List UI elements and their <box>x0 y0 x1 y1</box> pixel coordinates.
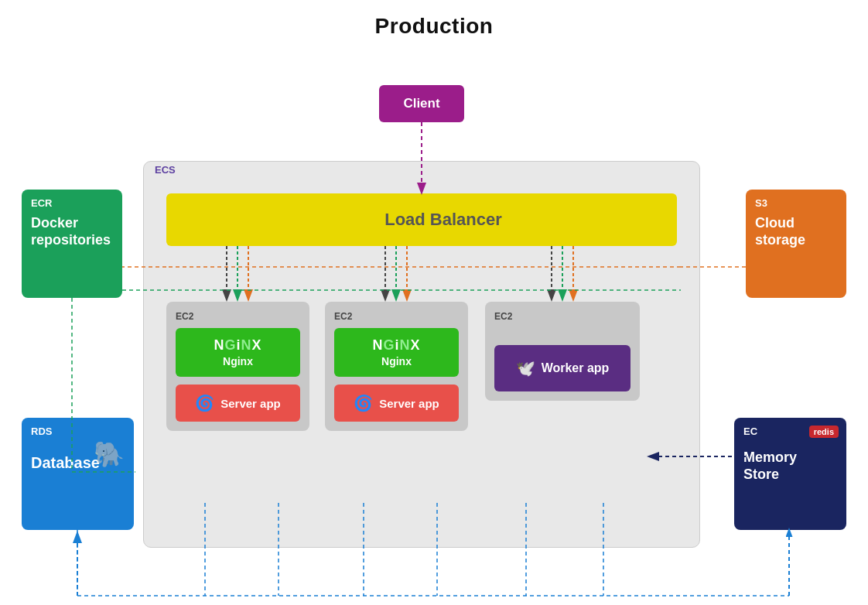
ec-box: EC redis Memory Store <box>734 418 846 530</box>
s3-top-label: S3 <box>755 197 767 209</box>
ec2-label-2: EC2 <box>334 311 459 322</box>
diagram-area: Client ECR Docker repositories S3 Cloud … <box>0 39 868 605</box>
rds-box: RDS 🐘 Database <box>22 418 134 530</box>
server-box-2: 🌀 Server app <box>334 385 459 422</box>
ec2-panel-2: EC2 NGiNX Nginx 🌀 Server app <box>325 302 468 431</box>
nginx-logo-2: NGiNX <box>340 337 453 354</box>
ec2-label-3: EC2 <box>494 311 630 322</box>
worker-box: 🕊️ Worker app <box>494 345 630 391</box>
redis-badge: redis <box>809 426 839 438</box>
page-title: Production <box>0 0 868 39</box>
ec-top-label: EC <box>743 426 757 437</box>
nginx-name-2: Nginx <box>340 355 453 367</box>
server-box-1: 🌀 Server app <box>176 385 300 422</box>
client-label: Client <box>403 96 439 111</box>
elb-box: Load Balancer <box>166 193 677 246</box>
ecr-box: ECR Docker repositories <box>22 190 122 298</box>
ecs-label: ECS <box>155 164 176 176</box>
rds-main-label: Database <box>31 454 100 472</box>
server-label-1: Server app <box>220 397 281 410</box>
ec2-panel-1: EC2 NGiNX Nginx 🌀 Server app <box>166 302 309 431</box>
nginx-box-2: NGiNX Nginx <box>334 328 459 377</box>
ec-main-label: Memory Store <box>743 449 797 483</box>
ec2-panel-3: EC2 🕊️ Worker app <box>485 302 640 401</box>
nginx-logo-1: NGiNX <box>182 337 294 354</box>
server-label-2: Server app <box>379 397 439 410</box>
postgres-icon: 🐘 <box>94 439 125 469</box>
rds-top-label: RDS <box>31 426 52 437</box>
ecr-main-label: Docker repositories <box>31 215 111 248</box>
s3-box: S3 Cloud storage <box>746 190 846 298</box>
s3-main-label: Cloud storage <box>755 215 805 248</box>
elb-center-label: Load Balancer <box>179 210 677 230</box>
nginx-name-1: Nginx <box>182 355 294 367</box>
worker-label: Worker app <box>542 361 610 375</box>
ecr-top-label: ECR <box>31 197 52 209</box>
ec2-label-1: EC2 <box>176 311 300 322</box>
nginx-box-1: NGiNX Nginx <box>176 328 300 377</box>
client-box: Client <box>379 85 464 122</box>
